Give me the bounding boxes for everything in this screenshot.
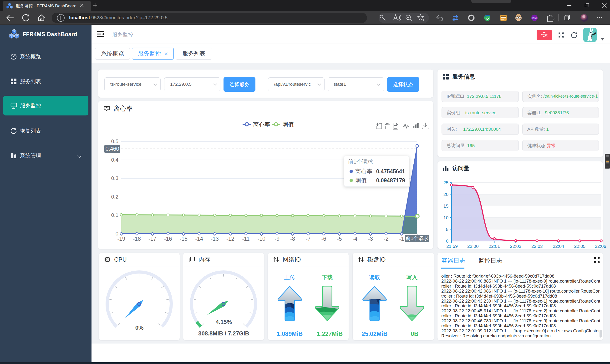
svg-text:EN: EN (532, 16, 537, 20)
svg-text:-12: -12 (226, 236, 234, 242)
svg-text:15: 15 (443, 204, 448, 208)
svg-text:25: 25 (443, 180, 448, 185)
svg-text:前1个请求: 前1个请求 (406, 235, 428, 241)
svg-text:-13: -13 (211, 236, 219, 242)
svg-text:22:01: 22:01 (489, 244, 500, 249)
svg-text:-15: -15 (180, 236, 188, 242)
svg-text:10: 10 (443, 215, 448, 220)
svg-text:-19: -19 (117, 236, 125, 242)
svg-text:5: 5 (446, 227, 448, 232)
svg-text:-10: -10 (258, 236, 265, 242)
svg-text:22:00: 22:00 (467, 244, 479, 249)
svg-text:前1个请求: 前1个请求 (348, 158, 373, 165)
svg-text:-2: -2 (384, 236, 388, 242)
svg-text:-17: -17 (149, 236, 156, 242)
svg-text:0.1: 0.1 (111, 212, 118, 218)
svg-text:离心率: 离心率 (253, 121, 270, 128)
svg-text:-9: -9 (274, 236, 279, 242)
svg-text:离心率: 离心率 (355, 168, 372, 174)
svg-text:0: 0 (116, 231, 118, 237)
svg-text:-1: -1 (399, 236, 404, 242)
svg-text:0.5: 0.5 (111, 138, 118, 144)
svg-text:0.3: 0.3 (111, 175, 118, 181)
svg-text:22:04: 22:04 (553, 244, 564, 249)
svg-text:-3: -3 (368, 236, 373, 242)
svg-text:22:03: 22:03 (531, 244, 543, 249)
svg-text:阈值: 阈值 (282, 121, 294, 128)
svg-text:-16: -16 (164, 236, 172, 242)
svg-text:22:02: 22:02 (510, 244, 521, 249)
svg-text:阈值: 阈值 (355, 177, 367, 183)
svg-text:0.2: 0.2 (111, 194, 118, 200)
svg-text:-14: -14 (195, 236, 203, 242)
svg-text:-7: -7 (306, 236, 311, 242)
svg-text:-8: -8 (290, 236, 295, 242)
svg-text:20: 20 (443, 192, 448, 197)
svg-text:-18: -18 (133, 236, 141, 242)
svg-text:-4: -4 (352, 236, 357, 242)
svg-text:-6: -6 (321, 236, 326, 242)
svg-text:21:59: 21:59 (446, 244, 458, 249)
svg-text:0.09487179: 0.09487179 (376, 177, 405, 183)
svg-text:22:05: 22:05 (574, 244, 586, 249)
svg-text:0.460: 0.460 (106, 146, 119, 152)
svg-text:0.47545641: 0.47545641 (376, 168, 405, 174)
svg-text:0.4: 0.4 (111, 157, 118, 163)
svg-text:22:06: 22:06 (595, 244, 606, 249)
svg-text:-5: -5 (337, 236, 342, 242)
svg-text:-11: -11 (242, 236, 250, 242)
svg-text:0: 0 (446, 239, 448, 244)
